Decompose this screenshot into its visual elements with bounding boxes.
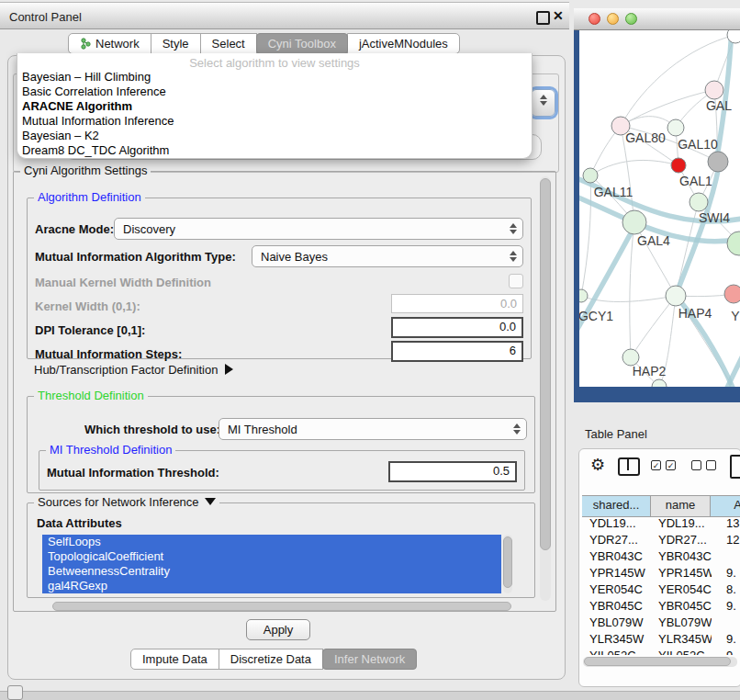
algorithm-option[interactable]: Mutual Information Inference: [17, 114, 532, 129]
dpi-tolerance-input[interactable]: 0.0: [391, 317, 523, 338]
scrollbar-thumb[interactable]: [584, 657, 731, 666]
network-node[interactable]: [671, 158, 686, 173]
manual-kernel-label: Manual Kernel Width Definition: [35, 276, 211, 289]
close-traffic-light-icon[interactable]: [589, 13, 600, 25]
data-attributes-list[interactable]: SelfLoopsTopologicalCoefficientBetweenne…: [42, 535, 501, 593]
checkbox-checked-icon[interactable]: ✓: [666, 460, 676, 470]
network-node[interactable]: [708, 152, 728, 172]
mi-steps-input[interactable]: 6: [391, 341, 523, 362]
algorithm-option[interactable]: Bayesian – K2: [17, 129, 532, 143]
table-row[interactable]: YLR345WYLR345W9.: [582, 631, 740, 648]
network-node[interactable]: [652, 379, 667, 387]
document-icon[interactable]: [730, 455, 740, 479]
minimize-traffic-light-icon[interactable]: [607, 13, 619, 25]
horizontal-scrollbar[interactable]: [52, 602, 511, 611]
tab-label: Network: [95, 34, 140, 53]
network-node[interactable]: [583, 168, 598, 183]
network-window-titlebar: [574, 8, 740, 30]
mi-threshold-input[interactable]: 0.5: [388, 461, 517, 482]
table-row[interactable]: YBR043CYBR043C: [582, 548, 740, 565]
zoom-traffic-light-icon[interactable]: [625, 13, 637, 25]
tab-jactivemnodules[interactable]: jActiveMNodules: [347, 33, 460, 54]
manual-kernel-checkbox[interactable]: [509, 274, 523, 288]
checkbox-unchecked-icon[interactable]: [706, 460, 716, 470]
aracne-mode-label: Aracne Mode:: [35, 222, 114, 236]
combobox-stepper-focused[interactable]: [531, 89, 555, 117]
attribute-item-selected[interactable]: SelfLoops: [42, 535, 501, 549]
aracne-mode-combobox[interactable]: Discovery: [114, 218, 523, 240]
table-row[interactable]: YDL19...YDL19...13: [582, 515, 740, 532]
network-edge[interactable]: [590, 160, 678, 175]
tab-label: jActiveMNodules: [359, 34, 448, 53]
algorithm-option[interactable]: Dream8 DC_TDC Algorithm: [17, 143, 532, 158]
column-header[interactable]: A: [711, 496, 740, 516]
network-node[interactable]: [666, 286, 686, 306]
attributes-scrollbar[interactable]: [503, 535, 512, 593]
algorithm-option[interactable]: Basic Correlation Inference: [17, 85, 532, 99]
tab-impute-data[interactable]: Impute Data: [130, 649, 219, 670]
tab-network[interactable]: Network: [68, 33, 151, 54]
checkbox-unchecked-icon[interactable]: [691, 460, 701, 470]
network-node[interactable]: [579, 289, 588, 302]
table-cell: YIL052C: [582, 648, 651, 655]
tab-select[interactable]: Select: [200, 33, 257, 54]
column-header-name[interactable]: name: [650, 496, 711, 516]
checkbox-checked-icon[interactable]: ✓: [651, 460, 661, 470]
sources-group: Sources for Network Inference Data Attri…: [27, 502, 535, 598]
float-window-icon[interactable]: [536, 11, 550, 25]
network-edge[interactable]: [630, 222, 634, 357]
mi-threshold-label: Mutual Information Threshold:: [47, 466, 219, 480]
table-row[interactable]: YIL052CYIL052C9: [582, 648, 740, 655]
network-node[interactable]: [622, 210, 646, 234]
table-cell: 13: [712, 515, 740, 532]
sources-legend[interactable]: Sources for Network Inference: [34, 495, 219, 509]
network-node[interactable]: [724, 285, 740, 303]
kernel-width-label: Kernel Width (0,1):: [35, 299, 140, 313]
control-panel-tabs: Network Style Select Cyni Toolbox jActiv…: [68, 33, 460, 54]
attribute-item-selected[interactable]: BetweennessCentrality: [42, 564, 501, 579]
tab-cyni-toolbox[interactable]: Cyni Toolbox: [256, 33, 348, 54]
table-row[interactable]: YBR045CYBR045C9.: [582, 598, 740, 615]
table-cell: [712, 615, 740, 631]
network-node[interactable]: [667, 119, 684, 136]
hub-definition-toggle[interactable]: Hub/Transcription Factor Definition: [34, 363, 233, 377]
column-header-shared[interactable]: shared...: [582, 496, 651, 516]
table-row[interactable]: YDR27...YDR27...12: [582, 532, 740, 548]
collapse-down-icon: [205, 498, 216, 505]
table-cell: YDL19...: [651, 515, 712, 532]
network-node[interactable]: [705, 81, 723, 99]
algorithm-option[interactable]: ARACNE Algorithm: [17, 99, 532, 114]
table-row[interactable]: YER054CYER054C8.: [582, 581, 740, 598]
network-node[interactable]: [690, 193, 708, 211]
close-icon[interactable]: ✕: [553, 8, 564, 23]
dropdown-placeholder: Select algorithm to view settings: [17, 53, 532, 70]
kernel-width-input[interactable]: 0.0: [391, 294, 523, 313]
network-node[interactable]: [727, 231, 740, 255]
algorithm-option[interactable]: Bayesian – Hill Climbing: [17, 70, 532, 85]
attribute-item-selected[interactable]: TopologicalCoefficient: [42, 549, 501, 564]
mi-type-combobox[interactable]: Naive Bayes: [252, 245, 523, 267]
split-columns-icon[interactable]: [618, 457, 640, 476]
network-edge[interactable]: [581, 175, 591, 296]
network-edge-thick[interactable]: [715, 348, 740, 387]
node-label: GAL4: [637, 233, 670, 248]
table-row[interactable]: YPR145WYPR145W9.: [582, 565, 740, 581]
table-horizontal-scrollbar[interactable]: [583, 657, 737, 667]
tab-style[interactable]: Style: [151, 33, 201, 54]
gear-icon[interactable]: ⚙: [590, 455, 605, 474]
scrollbar-thumb[interactable]: [540, 178, 551, 550]
node-label: GAL11: [594, 185, 633, 199]
table-cell: YLR345W: [651, 631, 712, 648]
which-threshold-combobox[interactable]: MI Threshold: [219, 418, 527, 440]
network-canvas[interactable]: GALGAL80GAL10GAL1GAL11SWI4GAL4GCY1HAP4YH…: [579, 30, 740, 387]
tab-discretize-data[interactable]: Discretize Data: [219, 649, 323, 670]
apply-button[interactable]: Apply: [246, 619, 310, 640]
mi-type-value: Naive Bayes: [252, 250, 506, 264]
scrollbar-thumb[interactable]: [503, 536, 512, 588]
table-row[interactable]: YBL079WYBL079W: [582, 615, 740, 631]
tab-infer-network[interactable]: Infer Network: [322, 649, 417, 670]
dock-icon[interactable]: [7, 685, 23, 700]
stepper-icon: [510, 423, 524, 435]
settings-scrollbar[interactable]: [540, 176, 551, 601]
attribute-item-selected[interactable]: gal4RGexp: [42, 579, 501, 593]
